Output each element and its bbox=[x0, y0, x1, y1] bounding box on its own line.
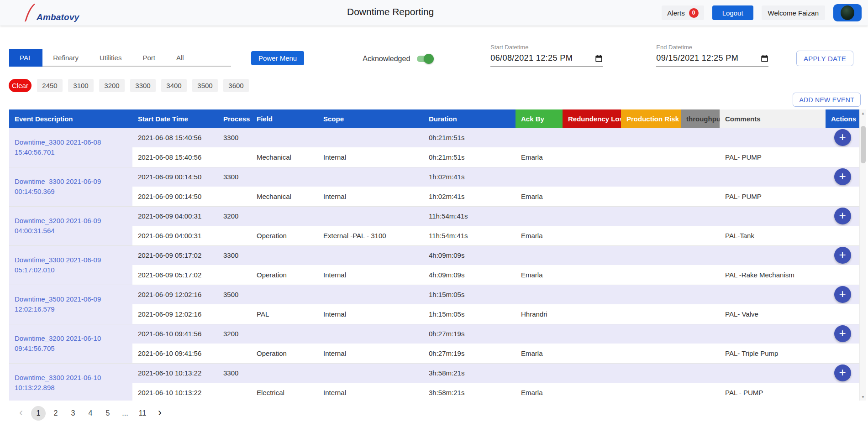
logo[interactable]: Ambatovy bbox=[24, 3, 79, 22]
previous-page-button[interactable]: ‹ bbox=[14, 406, 28, 421]
start-datetime-input[interactable]: 06/08/2021 12:25 PM bbox=[490, 53, 603, 67]
column-header-duration: Duration bbox=[423, 109, 516, 128]
avatar[interactable] bbox=[833, 4, 862, 21]
ack-by-cell: Emarla bbox=[516, 147, 563, 167]
chip-clear[interactable]: Clear bbox=[9, 79, 32, 92]
field-cell: Mechanical bbox=[251, 187, 318, 206]
page-5[interactable]: 5 bbox=[100, 406, 115, 421]
filter-bar: PALRefinaryUtilitiesPortAll Power Menu A… bbox=[0, 47, 868, 67]
power-menu-button[interactable]: Power Menu bbox=[251, 51, 304, 65]
column-header-process: Process bbox=[218, 109, 251, 128]
expand-event-button[interactable]: + bbox=[834, 247, 851, 264]
chip-3600[interactable]: 3600 bbox=[223, 79, 249, 92]
expand-event-button[interactable]: + bbox=[834, 168, 851, 185]
event-detail-row: 2021-06-09 05:17:02 Operation Internal 4… bbox=[9, 265, 859, 285]
alerts-count-badge: 0 bbox=[689, 8, 699, 18]
expand-event-button[interactable]: + bbox=[834, 286, 851, 303]
event-detail-row: 2021-06-10 10:13:22 Electrical Internal … bbox=[9, 383, 859, 401]
expand-event-button[interactable]: + bbox=[834, 208, 851, 224]
start-datetime-cell: 2021-06-10 10:13:22 bbox=[132, 383, 218, 401]
expand-event-button[interactable]: + bbox=[834, 129, 851, 146]
start-datetime-cell: 2021-06-09 05:17:02 bbox=[132, 245, 218, 265]
chip-3200[interactable]: 3200 bbox=[99, 79, 125, 92]
tab-refinary[interactable]: Refinary bbox=[42, 49, 89, 66]
comments-cell: PAL- PUMP bbox=[720, 147, 826, 167]
start-datetime-cell: 2021-06-09 05:17:02 bbox=[132, 265, 218, 285]
expand-event-button[interactable]: + bbox=[834, 325, 851, 342]
actions-cell: + bbox=[826, 324, 859, 344]
field-cell: Operation bbox=[251, 265, 318, 285]
event-parent-row: Downtime_3500 2021-06-09 12:02:16.579 20… bbox=[9, 285, 859, 304]
chip-3400[interactable]: 3400 bbox=[161, 79, 187, 92]
page-1[interactable]: 1 bbox=[31, 406, 46, 421]
plus-icon: + bbox=[839, 288, 846, 300]
column-header-start-date-time: Start Date Time bbox=[132, 109, 218, 128]
logout-button[interactable]: Logout bbox=[712, 5, 753, 20]
tab-pal[interactable]: PAL bbox=[9, 49, 42, 66]
scroll-up-icon[interactable]: ▲ bbox=[860, 109, 867, 117]
start-datetime-cell: 2021-06-10 10:13:22 bbox=[132, 363, 218, 383]
chip-3500[interactable]: 3500 bbox=[192, 79, 218, 92]
calendar-icon[interactable] bbox=[761, 54, 768, 62]
tab-all[interactable]: All bbox=[166, 49, 195, 66]
calendar-icon[interactable] bbox=[595, 54, 603, 62]
event-parent-row: Downtime_3300 2021-06-10 10:13:22.898 20… bbox=[9, 363, 859, 383]
column-header-event-description: Event Description bbox=[9, 109, 132, 128]
chip-2450[interactable]: 2450 bbox=[37, 79, 63, 92]
next-page-button[interactable]: › bbox=[153, 406, 167, 421]
start-datetime-cell: 2021-06-09 12:02:16 bbox=[132, 285, 218, 304]
tab-utilities[interactable]: Utilities bbox=[89, 49, 132, 66]
event-description-link[interactable]: Downtime_3200 2021-06-10 09:41:56.705 bbox=[15, 333, 106, 354]
event-description-cell: Downtime_3300 2021-06-10 10:13:22.898 bbox=[9, 363, 132, 401]
scroll-down-icon[interactable]: ▼ bbox=[860, 393, 867, 401]
tab-port[interactable]: Port bbox=[132, 49, 166, 66]
alerts-button[interactable]: Alerts 0 bbox=[662, 5, 704, 20]
acknowledged-toggle[interactable] bbox=[416, 53, 434, 64]
page-ellipsis[interactable]: ... bbox=[118, 406, 132, 421]
duration-cell: 3h:58m:21s bbox=[423, 363, 516, 383]
page-4[interactable]: 4 bbox=[83, 406, 98, 421]
events-table: Event DescriptionStart Date TimeProcessF… bbox=[9, 109, 859, 401]
expand-event-button[interactable]: + bbox=[834, 365, 851, 381]
events-table-container: Event DescriptionStart Date TimeProcessF… bbox=[9, 109, 868, 401]
scope-cell: Internal bbox=[318, 304, 423, 324]
event-parent-row: Downtime_3300 2021-06-08 15:40:56.701 20… bbox=[9, 128, 859, 147]
duration-cell: 4h:09m:09s bbox=[423, 265, 516, 285]
column-header-field: Field bbox=[251, 109, 318, 128]
event-description-link[interactable]: Downtime_3200 2021-06-09 04:00:31.564 bbox=[15, 216, 106, 236]
event-description-link[interactable]: Downtime_3300 2021-06-10 10:13:22.898 bbox=[15, 373, 106, 393]
scrollbar-thumb[interactable] bbox=[861, 126, 866, 163]
duration-cell: 0h:27m:19s bbox=[423, 344, 516, 363]
start-datetime-cell: 2021-06-09 00:14:50 bbox=[132, 187, 218, 206]
page-3[interactable]: 3 bbox=[66, 406, 80, 421]
apply-date-button[interactable]: APPLY DATE bbox=[796, 51, 853, 66]
end-datetime-field: End Datetime 09/15/2021 12:25 PM bbox=[656, 44, 768, 67]
scope-cell: Internal bbox=[318, 383, 423, 401]
welcome-text: Welcome Faizan bbox=[762, 5, 825, 20]
duration-cell: 1h:15m:05s bbox=[423, 304, 516, 324]
event-detail-row: 2021-06-08 15:40:56 Mechanical Internal … bbox=[9, 147, 859, 167]
start-datetime-value: 06/08/2021 12:25 PM bbox=[490, 53, 573, 63]
event-description-cell: Downtime_3500 2021-06-09 12:02:16.579 bbox=[9, 285, 132, 324]
logo-text: Ambatovy bbox=[37, 12, 79, 22]
site-tabs: PALRefinaryUtilitiesPortAll bbox=[9, 49, 231, 67]
end-datetime-value: 09/15/2021 12:25 PM bbox=[656, 53, 738, 63]
chip-3300[interactable]: 3300 bbox=[130, 79, 156, 92]
alerts-label: Alerts bbox=[667, 9, 684, 17]
event-description-link[interactable]: Downtime_3300 2021-06-09 05:17:02.010 bbox=[15, 255, 106, 275]
start-datetime-cell: 2021-06-09 00:14:50 bbox=[132, 167, 218, 187]
event-detail-row: 2021-06-09 00:14:50 Mechanical Internal … bbox=[9, 187, 859, 206]
plus-icon: + bbox=[839, 366, 846, 378]
event-description-link[interactable]: Downtime_3500 2021-06-09 12:02:16.579 bbox=[15, 294, 106, 314]
event-description-cell: Downtime_3200 2021-06-09 04:00:31.564 bbox=[9, 206, 132, 245]
add-new-event-button[interactable]: ADD NEW EVENT bbox=[793, 93, 861, 107]
column-header-actions: Actions bbox=[826, 109, 859, 128]
chip-3100[interactable]: 3100 bbox=[68, 79, 94, 92]
page-2[interactable]: 2 bbox=[48, 406, 63, 421]
event-description-link[interactable]: Downtime_3300 2021-06-08 15:40:56.701 bbox=[15, 137, 106, 157]
end-datetime-input[interactable]: 09/15/2021 12:25 PM bbox=[656, 53, 768, 67]
page-11[interactable]: 11 bbox=[135, 406, 150, 421]
table-scrollbar[interactable]: ▲ ▼ bbox=[859, 109, 866, 401]
event-description-link[interactable]: Downtime_3300 2021-06-09 00:14:50.369 bbox=[15, 177, 106, 197]
ack-by-cell: Hhrandri bbox=[516, 304, 563, 324]
